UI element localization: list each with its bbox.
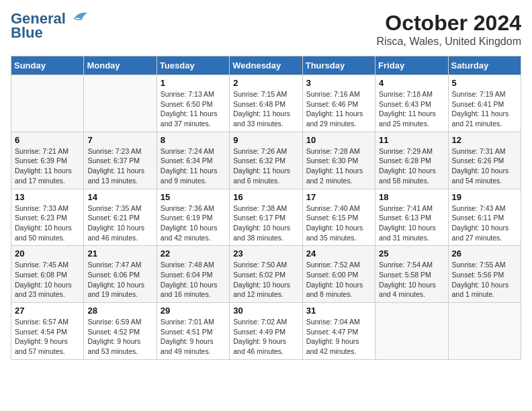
day-number: 19 [452,192,517,202]
calendar-cell: 16Sunrise: 7:38 AM Sunset: 6:17 PM Dayli… [230,189,302,246]
calendar-table: SundayMondayTuesdayWednesdayThursdayFrid… [11,56,521,360]
day-info: Sunrise: 7:13 AM Sunset: 6:50 PM Dayligh… [161,89,226,129]
day-number: 2 [233,78,298,88]
calendar-cell: 8Sunrise: 7:24 AM Sunset: 6:34 PM Daylig… [157,132,229,189]
day-number: 9 [233,135,298,145]
day-info: Sunrise: 7:18 AM Sunset: 6:43 PM Dayligh… [379,89,444,129]
logo-text-blue: Blue [11,24,43,42]
calendar-cell: 2Sunrise: 7:15 AM Sunset: 6:48 PM Daylig… [230,75,302,132]
day-header-tuesday: Tuesday [157,56,229,75]
day-number: 18 [379,192,444,202]
day-header-monday: Monday [84,56,157,75]
calendar-week-row: 6Sunrise: 7:21 AM Sunset: 6:39 PM Daylig… [11,132,521,189]
day-info: Sunrise: 7:54 AM Sunset: 5:58 PM Dayligh… [379,260,444,300]
day-number: 17 [306,192,371,202]
calendar-cell: 12Sunrise: 7:31 AM Sunset: 6:26 PM Dayli… [448,132,521,189]
day-info: Sunrise: 7:55 AM Sunset: 5:56 PM Dayligh… [452,260,517,300]
logo-bird-icon [67,10,89,25]
calendar-cell: 30Sunrise: 7:02 AM Sunset: 4:49 PM Dayli… [230,303,302,360]
day-number: 3 [306,78,371,88]
calendar-cell: 6Sunrise: 7:21 AM Sunset: 6:39 PM Daylig… [11,132,84,189]
day-number: 27 [15,306,80,316]
day-info: Sunrise: 7:52 AM Sunset: 6:00 PM Dayligh… [306,260,371,300]
day-number: 6 [15,135,80,145]
header: General Blue October 2024 Risca, Wales, … [11,11,521,48]
calendar-cell [375,303,448,360]
day-info: Sunrise: 7:45 AM Sunset: 6:08 PM Dayligh… [15,260,80,300]
day-number: 12 [452,135,517,145]
day-number: 30 [233,306,298,316]
day-number: 5 [452,78,517,88]
calendar-week-row: 13Sunrise: 7:33 AM Sunset: 6:23 PM Dayli… [11,189,521,246]
day-info: Sunrise: 7:04 AM Sunset: 4:47 PM Dayligh… [306,317,371,357]
day-info: Sunrise: 7:35 AM Sunset: 6:21 PM Dayligh… [87,203,152,243]
calendar-cell: 28Sunrise: 6:59 AM Sunset: 4:52 PM Dayli… [84,303,157,360]
day-number: 31 [306,306,371,316]
calendar-cell: 22Sunrise: 7:48 AM Sunset: 6:04 PM Dayli… [157,246,229,303]
day-info: Sunrise: 7:36 AM Sunset: 6:19 PM Dayligh… [161,203,226,243]
day-info: Sunrise: 7:23 AM Sunset: 6:37 PM Dayligh… [87,146,152,186]
calendar-cell: 21Sunrise: 7:47 AM Sunset: 6:06 PM Dayli… [84,246,157,303]
day-number: 16 [233,192,298,202]
day-number: 13 [15,192,80,202]
calendar-cell: 7Sunrise: 7:23 AM Sunset: 6:37 PM Daylig… [84,132,157,189]
calendar-cell: 19Sunrise: 7:43 AM Sunset: 6:11 PM Dayli… [448,189,521,246]
calendar-cell: 11Sunrise: 7:29 AM Sunset: 6:28 PM Dayli… [375,132,448,189]
location: Risca, Wales, United Kingdom [377,36,522,48]
day-number: 1 [161,78,226,88]
day-number: 10 [306,135,371,145]
calendar-cell: 4Sunrise: 7:18 AM Sunset: 6:43 PM Daylig… [375,75,448,132]
calendar-cell: 24Sunrise: 7:52 AM Sunset: 6:00 PM Dayli… [302,246,375,303]
day-info: Sunrise: 7:01 AM Sunset: 4:51 PM Dayligh… [161,317,226,357]
calendar-cell: 20Sunrise: 7:45 AM Sunset: 6:08 PM Dayli… [11,246,84,303]
day-info: Sunrise: 7:29 AM Sunset: 6:28 PM Dayligh… [379,146,444,186]
calendar-cell: 25Sunrise: 7:54 AM Sunset: 5:58 PM Dayli… [375,246,448,303]
day-number: 15 [161,192,226,202]
day-number: 21 [87,248,152,259]
calendar-week-row: 27Sunrise: 6:57 AM Sunset: 4:54 PM Dayli… [11,303,521,360]
day-header-saturday: Saturday [448,56,521,75]
day-number: 22 [161,248,226,259]
day-info: Sunrise: 7:26 AM Sunset: 6:32 PM Dayligh… [233,146,298,186]
day-number: 26 [452,248,517,259]
day-number: 14 [87,192,152,202]
day-header-thursday: Thursday [302,56,375,75]
calendar-cell: 5Sunrise: 7:19 AM Sunset: 6:41 PM Daylig… [448,75,521,132]
calendar-cell: 9Sunrise: 7:26 AM Sunset: 6:32 PM Daylig… [230,132,302,189]
calendar-cell [11,75,84,132]
day-info: Sunrise: 7:41 AM Sunset: 6:13 PM Dayligh… [379,203,444,243]
day-number: 11 [379,135,444,145]
calendar-week-row: 20Sunrise: 7:45 AM Sunset: 6:08 PM Dayli… [11,246,521,303]
calendar-cell [448,303,521,360]
day-info: Sunrise: 7:15 AM Sunset: 6:48 PM Dayligh… [233,89,298,129]
calendar-cell: 14Sunrise: 7:35 AM Sunset: 6:21 PM Dayli… [84,189,157,246]
day-number: 23 [233,248,298,259]
day-info: Sunrise: 7:24 AM Sunset: 6:34 PM Dayligh… [161,146,226,186]
day-info: Sunrise: 7:38 AM Sunset: 6:17 PM Dayligh… [233,203,298,243]
day-number: 24 [306,248,371,259]
day-header-wednesday: Wednesday [230,56,302,75]
day-info: Sunrise: 7:43 AM Sunset: 6:11 PM Dayligh… [452,203,517,243]
calendar-cell: 13Sunrise: 7:33 AM Sunset: 6:23 PM Dayli… [11,189,84,246]
logo: General Blue [11,11,89,42]
calendar-cell: 29Sunrise: 7:01 AM Sunset: 4:51 PM Dayli… [157,303,229,360]
calendar-header-row: SundayMondayTuesdayWednesdayThursdayFrid… [11,56,521,75]
calendar-cell: 17Sunrise: 7:40 AM Sunset: 6:15 PM Dayli… [302,189,375,246]
calendar-week-row: 1Sunrise: 7:13 AM Sunset: 6:50 PM Daylig… [11,75,521,132]
day-info: Sunrise: 7:16 AM Sunset: 6:46 PM Dayligh… [306,89,371,129]
day-header-friday: Friday [375,56,448,75]
calendar-cell: 31Sunrise: 7:04 AM Sunset: 4:47 PM Dayli… [302,303,375,360]
calendar-cell: 15Sunrise: 7:36 AM Sunset: 6:19 PM Dayli… [157,189,229,246]
day-info: Sunrise: 7:19 AM Sunset: 6:41 PM Dayligh… [452,89,517,129]
calendar-cell: 1Sunrise: 7:13 AM Sunset: 6:50 PM Daylig… [157,75,229,132]
day-number: 8 [161,135,226,145]
day-info: Sunrise: 7:33 AM Sunset: 6:23 PM Dayligh… [15,203,80,243]
day-number: 7 [87,135,152,145]
day-number: 4 [379,78,444,88]
day-number: 20 [15,248,80,259]
day-info: Sunrise: 6:57 AM Sunset: 4:54 PM Dayligh… [15,317,80,357]
month-title: October 2024 [377,11,522,36]
calendar-cell: 10Sunrise: 7:28 AM Sunset: 6:30 PM Dayli… [302,132,375,189]
day-info: Sunrise: 7:31 AM Sunset: 6:26 PM Dayligh… [452,146,517,186]
day-number: 28 [87,306,152,316]
